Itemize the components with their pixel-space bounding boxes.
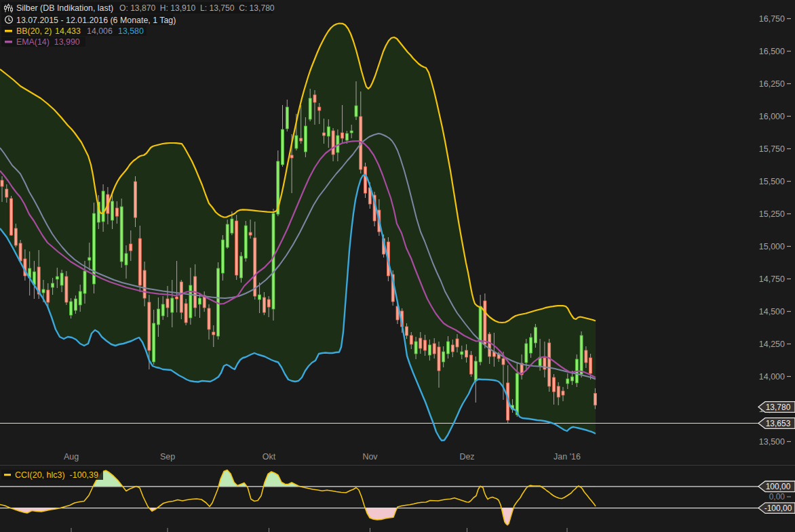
svg-text:BB(20, 2): BB(20, 2) <box>16 26 52 36</box>
svg-text:Aug: Aug <box>64 452 79 462</box>
svg-text:16,500: 16,500 <box>759 47 785 56</box>
svg-text:13,780: 13,780 <box>766 403 791 412</box>
svg-text:100,00: 100,00 <box>766 482 791 491</box>
svg-text:16,750: 16,750 <box>759 14 785 24</box>
svg-text:EMA(14) 13,990: EMA(14) 13,990 <box>16 37 80 47</box>
svg-text:14,500: 14,500 <box>759 307 785 316</box>
svg-text:14,006: 14,006 <box>87 26 113 36</box>
svg-text:15,000: 15,000 <box>759 242 785 251</box>
svg-text:Nov: Nov <box>362 452 378 462</box>
svg-text:14,750: 14,750 <box>759 274 785 284</box>
svg-text:15,250: 15,250 <box>759 209 785 219</box>
svg-text:13,653: 13,653 <box>766 419 791 428</box>
svg-text:Jan '16: Jan '16 <box>554 452 581 462</box>
svg-text:Okt: Okt <box>263 452 276 462</box>
svg-text:Silber (DB Indikation, last): Silber (DB Indikation, last) <box>16 3 113 13</box>
svg-text:16,000: 16,000 <box>759 112 785 121</box>
svg-text:13.07.2015 - 12.01.2016 (6 Mon: 13.07.2015 - 12.01.2016 (6 Monate, 1 Tag… <box>16 16 176 25</box>
svg-text:-100,00: -100,00 <box>764 504 792 513</box>
svg-text:16,250: 16,250 <box>759 79 785 89</box>
svg-text:CCI(20, hlc3) -100,39: CCI(20, hlc3) -100,39 <box>15 470 98 480</box>
svg-text:15,500: 15,500 <box>759 177 785 186</box>
svg-text:14,433: 14,433 <box>55 26 81 36</box>
svg-text:13,500: 13,500 <box>759 437 785 447</box>
svg-text:0,00: 0,00 <box>769 492 786 502</box>
svg-text:Sep: Sep <box>160 452 175 462</box>
svg-text:13,580: 13,580 <box>118 26 144 36</box>
svg-text:14,000: 14,000 <box>759 372 785 382</box>
svg-text:O: 13,870 H: 13,910 L: 13,75: O: 13,870 H: 13,910 L: 13,750 C: 13,780 <box>119 3 275 13</box>
svg-text:15,750: 15,750 <box>759 144 785 154</box>
svg-text:Dez: Dez <box>459 452 474 462</box>
svg-text:14,250: 14,250 <box>759 340 785 349</box>
